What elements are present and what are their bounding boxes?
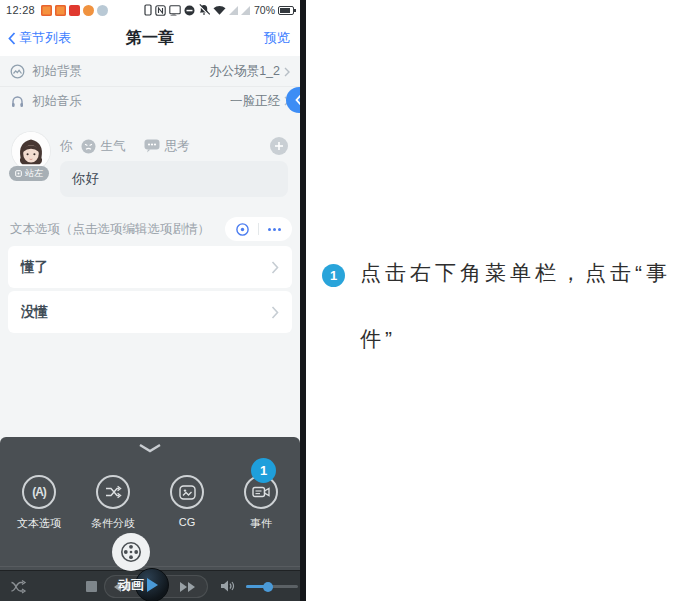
- setting-value: 一脸正经: [230, 93, 290, 110]
- setting-value-text: 一脸正经: [230, 93, 280, 110]
- options-header-label: 文本选项（点击选项编辑选项剧情）: [10, 221, 210, 238]
- phone-icon: [144, 4, 152, 16]
- signal-icon: [229, 6, 238, 15]
- dnd-icon: [184, 5, 195, 16]
- divider: [258, 223, 259, 235]
- thought-bubble-icon[interactable]: [144, 139, 160, 153]
- clock: 12:28: [6, 4, 35, 16]
- dialogue-meta-row: 你 生气 思考: [60, 137, 288, 155]
- text-options-icon: (A): [22, 475, 56, 509]
- screenshot-root: 12:28 70% 章节列表: [0, 0, 700, 601]
- position-badge-label: 站左: [25, 167, 43, 180]
- instruction-annotation: 1 点击右下角菜单栏，点击“事 件”: [318, 240, 690, 372]
- status-icons: 70%: [144, 4, 294, 16]
- misc-app-icon: [97, 5, 108, 16]
- chevron-left-icon: [8, 32, 16, 45]
- setting-row-background[interactable]: 初始背景 办公场景1_2: [0, 57, 300, 86]
- bottom-menu-panel: (A) 文本选项 条件分歧 CG 1: [0, 437, 300, 601]
- menu-item-cg[interactable]: CG: [165, 475, 209, 531]
- player-control-bar: [0, 570, 300, 601]
- more-icon[interactable]: [267, 227, 282, 232]
- menu-item-text-options[interactable]: (A) 文本选项: [17, 475, 61, 531]
- position-icon: [15, 170, 22, 177]
- options-toolbar: [225, 217, 292, 241]
- option-label: 没懂: [21, 303, 48, 321]
- battery-percent: 70%: [254, 4, 275, 16]
- setting-label: 初始背景: [32, 63, 82, 80]
- add-dialogue-button[interactable]: [270, 137, 288, 155]
- scene-icon: [10, 64, 25, 79]
- music-icon: [10, 94, 25, 109]
- image-icon: [170, 475, 204, 509]
- chat-app-icon-2: [55, 5, 66, 16]
- film-reel-icon: [112, 533, 150, 571]
- page-title: 第一章: [60, 20, 240, 56]
- wifi-icon: [213, 5, 226, 15]
- chevron-right-icon: [271, 261, 279, 274]
- chevron-right-icon: [271, 306, 279, 319]
- nfc-icon: [155, 5, 166, 16]
- chevron-left-icon: [295, 94, 300, 106]
- signal-icon: [241, 6, 250, 15]
- setting-value-text: 办公场景1_2: [209, 63, 280, 80]
- menu-item-animation[interactable]: 动画: [112, 533, 150, 594]
- thought-label[interactable]: 思考: [165, 138, 190, 155]
- shuffle-icon[interactable]: [10, 578, 27, 595]
- menu-item-event[interactable]: 1 事件: [239, 475, 283, 531]
- red-app-icon: [69, 5, 80, 16]
- menu-item-label: CG: [179, 516, 196, 528]
- menu-row: (A) 文本选项 条件分歧 CG 1: [0, 475, 300, 531]
- character-avatar-image: [12, 132, 50, 170]
- menu-item-label: 文本选项: [17, 516, 61, 531]
- phone-screen: 12:28 70% 章节列表: [0, 0, 300, 601]
- divider: [0, 566, 300, 567]
- dialogue-text-input[interactable]: 你好: [60, 161, 288, 197]
- chat-app-icon-1: [41, 5, 52, 16]
- option-card[interactable]: 没懂: [8, 291, 292, 333]
- position-badge[interactable]: 站左: [9, 166, 49, 181]
- battery-icon: [278, 6, 294, 15]
- nav-bar: 章节列表 第一章 预览: [0, 20, 300, 56]
- chevron-down-icon[interactable]: [138, 443, 162, 453]
- angry-face-icon[interactable]: [81, 139, 96, 154]
- speaker-icon[interactable]: [220, 579, 236, 593]
- target-icon[interactable]: [235, 222, 250, 237]
- avatar[interactable]: [12, 132, 50, 170]
- status-bar: 12:28 70%: [0, 0, 300, 20]
- monkey-app-icon: [83, 5, 94, 16]
- menu-item-label: 事件: [250, 516, 272, 531]
- setting-value: 办公场景1_2: [209, 63, 290, 80]
- cast-icon: [169, 5, 181, 16]
- mute-icon: [198, 4, 210, 16]
- fast-forward-button[interactable]: [180, 582, 195, 592]
- preview-button[interactable]: 预览: [264, 20, 290, 56]
- option-label: 懂了: [21, 258, 48, 276]
- step-number-badge: 1: [322, 264, 345, 287]
- character-name: 你: [60, 138, 73, 155]
- phone-screen-border: [300, 0, 306, 601]
- instruction-line: 件”: [360, 306, 690, 372]
- emotion-label[interactable]: 生气: [101, 138, 126, 155]
- instruction-line: 点击右下角菜单栏，点击“事: [360, 240, 690, 306]
- setting-label: 初始音乐: [32, 93, 82, 110]
- volume-slider[interactable]: [246, 585, 298, 588]
- option-card[interactable]: 懂了: [8, 246, 292, 288]
- menu-item-label: 动画: [118, 576, 144, 594]
- setting-row-music[interactable]: 初始音乐 一脸正经: [0, 86, 300, 115]
- menu-item-label: 条件分歧: [91, 516, 135, 531]
- chevron-right-icon: [284, 67, 290, 77]
- branch-icon: [96, 475, 130, 509]
- instruction-text: 点击右下角菜单栏，点击“事 件”: [360, 240, 690, 372]
- menu-item-condition-branch[interactable]: 条件分歧: [91, 475, 135, 531]
- options-section-header: 文本选项（点击选项编辑选项剧情）: [10, 217, 292, 241]
- step-marker-badge: 1: [251, 458, 276, 483]
- volume-thumb[interactable]: [263, 582, 273, 592]
- plus-icon: [274, 141, 284, 151]
- stop-button[interactable]: [86, 581, 97, 592]
